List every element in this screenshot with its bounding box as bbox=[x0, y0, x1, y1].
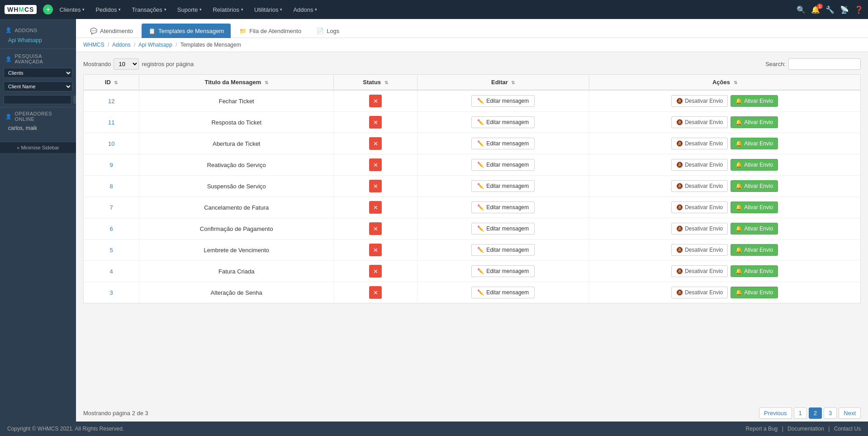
activate-button-3[interactable]: 🔔 Ativar Envio bbox=[730, 159, 778, 171]
pagination-page-1[interactable]: 1 bbox=[794, 407, 807, 419]
id-link-3[interactable]: 9 bbox=[110, 162, 113, 168]
sort-icon-titulo[interactable]: ⇅ bbox=[265, 80, 268, 85]
table-search-input[interactable] bbox=[788, 58, 861, 70]
breadcrumb-api-whatsapp[interactable]: Api Whatsapp bbox=[138, 42, 172, 48]
nav-relatorios[interactable]: Relatórios ▾ bbox=[208, 0, 248, 19]
id-link-1[interactable]: 11 bbox=[108, 119, 114, 126]
sidebar-minimise-button[interactable]: « Minimise Sidebar bbox=[0, 142, 76, 153]
id-link-8[interactable]: 4 bbox=[110, 268, 113, 275]
status-x-button-0[interactable]: ✕ bbox=[369, 95, 382, 107]
deactivate-button-3[interactable]: 🔕 Desativar Envio bbox=[671, 159, 728, 171]
nav-utilitarios[interactable]: Utilitários ▾ bbox=[250, 0, 287, 19]
activate-button-8[interactable]: 🔔 Ativar Envio bbox=[730, 265, 778, 277]
sort-icon-status[interactable]: ⇅ bbox=[384, 80, 388, 85]
deactivate-button-6[interactable]: 🔕 Desativar Envio bbox=[671, 223, 728, 235]
network-icon[interactable]: 📡 bbox=[840, 5, 849, 14]
chevron-down-icon: ▾ bbox=[82, 7, 85, 12]
id-link-2[interactable]: 10 bbox=[108, 140, 114, 147]
cell-status-8: ✕ bbox=[334, 261, 417, 282]
deactivate-button-9[interactable]: 🔕 Desativar Envio bbox=[671, 287, 728, 298]
settings-icon[interactable]: 🔧 bbox=[825, 5, 835, 14]
activate-button-4[interactable]: 🔔 Ativar Envio bbox=[730, 180, 778, 192]
tab-templates-de-mensagem[interactable]: 📋 Templates de Mensagem bbox=[142, 24, 231, 38]
notifications-icon[interactable]: 🔔1 bbox=[811, 5, 820, 14]
pagination-next[interactable]: Next bbox=[839, 407, 861, 419]
status-x-button-2[interactable]: ✕ bbox=[369, 137, 382, 150]
footer-documentation[interactable]: Documentation bbox=[787, 426, 824, 432]
sidebar-item-api-whatsapp[interactable]: Api Whatsapp bbox=[0, 35, 76, 46]
deactivate-button-0[interactable]: 🔕 Desativar Envio bbox=[671, 95, 728, 107]
sort-icon-acoes[interactable]: ⇅ bbox=[734, 80, 737, 85]
edit-button-9[interactable]: ✏️ Editar mensagem bbox=[471, 287, 535, 298]
pagination-page-3[interactable]: 3 bbox=[824, 407, 837, 419]
deactivate-button-7[interactable]: 🔕 Desativar Envio bbox=[671, 244, 728, 256]
edit-button-4[interactable]: ✏️ Editar mensagem bbox=[471, 180, 535, 192]
edit-button-8[interactable]: ✏️ Editar mensagem bbox=[471, 265, 535, 277]
id-link-4[interactable]: 8 bbox=[110, 183, 113, 190]
status-x-button-9[interactable]: ✕ bbox=[369, 286, 382, 299]
cell-status-3: ✕ bbox=[334, 154, 417, 176]
id-link-6[interactable]: 6 bbox=[110, 225, 113, 232]
pagination-page-2[interactable]: 2 bbox=[809, 407, 822, 419]
nav-suporte[interactable]: Suporte ▾ bbox=[173, 0, 207, 19]
cell-titulo-2: Abertura de Ticket bbox=[139, 133, 334, 154]
activate-button-2[interactable]: 🔔 Ativar Envio bbox=[730, 138, 778, 149]
sort-icon-id[interactable]: ⇅ bbox=[114, 80, 118, 85]
edit-button-7[interactable]: ✏️ Editar mensagem bbox=[471, 244, 535, 256]
activate-button-0[interactable]: 🔔 Ativar Envio bbox=[730, 95, 778, 107]
footer-report-bug[interactable]: Report a Bug bbox=[746, 426, 778, 432]
tab-fila-de-atendimento[interactable]: 📁 Fila de Atendimento bbox=[232, 24, 308, 38]
edit-button-0[interactable]: ✏️ Editar mensagem bbox=[471, 95, 535, 107]
id-link-9[interactable]: 3 bbox=[110, 289, 113, 296]
deactivate-button-1[interactable]: 🔕 Desativar Envio bbox=[671, 116, 728, 128]
help-icon[interactable]: ❓ bbox=[854, 5, 863, 14]
activate-button-9[interactable]: 🔔 Ativar Envio bbox=[730, 287, 778, 298]
activate-button-6[interactable]: 🔔 Ativar Envio bbox=[730, 223, 778, 235]
nav-clientes[interactable]: Clientes ▾ bbox=[55, 0, 89, 19]
sidebar-search-field-select[interactable]: Client Name Email ID bbox=[4, 81, 72, 91]
breadcrumb-whmcs[interactable]: WHMCS bbox=[83, 42, 104, 48]
breadcrumb-addons[interactable]: Addons bbox=[112, 42, 131, 48]
status-x-button-3[interactable]: ✕ bbox=[369, 158, 382, 171]
id-link-5[interactable]: 7 bbox=[110, 204, 113, 211]
search-icon[interactable]: 🔍 bbox=[797, 5, 806, 14]
edit-button-1[interactable]: ✏️ Editar mensagem bbox=[471, 116, 535, 128]
edit-button-5[interactable]: ✏️ Editar mensagem bbox=[471, 201, 535, 213]
status-x-button-4[interactable]: ✕ bbox=[369, 180, 382, 192]
tab-atendimento[interactable]: 💬 Atendimento bbox=[83, 24, 140, 38]
footer: Copyright © WHMCS 2021. All Rights Reser… bbox=[0, 422, 868, 436]
tab-logs[interactable]: 📄 Logs bbox=[310, 24, 346, 38]
edit-button-2[interactable]: ✏️ Editar mensagem bbox=[471, 138, 535, 149]
id-link-7[interactable]: 5 bbox=[110, 247, 113, 254]
per-page-select[interactable]: 10 25 50 100 bbox=[114, 58, 139, 70]
deactivate-button-4[interactable]: 🔕 Desativar Envio bbox=[671, 180, 728, 192]
cell-id-4: 8 bbox=[84, 176, 139, 197]
footer-contact-us[interactable]: Contact Us bbox=[834, 426, 861, 432]
sidebar-client-type-select[interactable]: Clients Leads bbox=[4, 68, 72, 78]
status-x-button-8[interactable]: ✕ bbox=[369, 265, 382, 278]
pagination-previous[interactable]: Previous bbox=[759, 407, 792, 419]
deactivate-button-8[interactable]: 🔕 Desativar Envio bbox=[671, 265, 728, 277]
add-button[interactable]: + bbox=[43, 5, 53, 14]
pagination-controls: Previous 1 2 3 Next bbox=[759, 407, 861, 419]
id-link-0[interactable]: 12 bbox=[108, 98, 114, 105]
status-x-button-5[interactable]: ✕ bbox=[369, 201, 382, 214]
edit-button-6[interactable]: ✏️ Editar mensagem bbox=[471, 223, 535, 235]
activate-button-7[interactable]: 🔔 Ativar Envio bbox=[730, 244, 778, 256]
status-x-button-1[interactable]: ✕ bbox=[369, 116, 382, 129]
sort-icon-editar[interactable]: ⇅ bbox=[511, 80, 515, 85]
nav-transacoes[interactable]: Transações ▾ bbox=[127, 0, 171, 19]
status-x-button-7[interactable]: ✕ bbox=[369, 244, 382, 256]
edit-icon-0: ✏️ bbox=[477, 98, 484, 104]
deactivate-button-2[interactable]: 🔕 Desativar Envio bbox=[671, 138, 728, 149]
nav-pedidos[interactable]: Pedidos ▾ bbox=[91, 0, 125, 19]
activate-button-1[interactable]: 🔔 Ativar Envio bbox=[730, 116, 778, 128]
status-x-button-6[interactable]: ✕ bbox=[369, 222, 382, 235]
sidebar-search-input[interactable] bbox=[4, 95, 71, 104]
edit-button-3[interactable]: ✏️ Editar mensagem bbox=[471, 159, 535, 171]
deactivate-button-5[interactable]: 🔕 Desativar Envio bbox=[671, 201, 728, 213]
cell-acoes-3: 🔕 Desativar Envio 🔔 Ativar Envio bbox=[589, 154, 861, 176]
cell-editar-4: ✏️ Editar mensagem bbox=[417, 176, 589, 197]
nav-addons[interactable]: Addons ▾ bbox=[289, 0, 322, 19]
activate-button-5[interactable]: 🔔 Ativar Envio bbox=[730, 201, 778, 213]
